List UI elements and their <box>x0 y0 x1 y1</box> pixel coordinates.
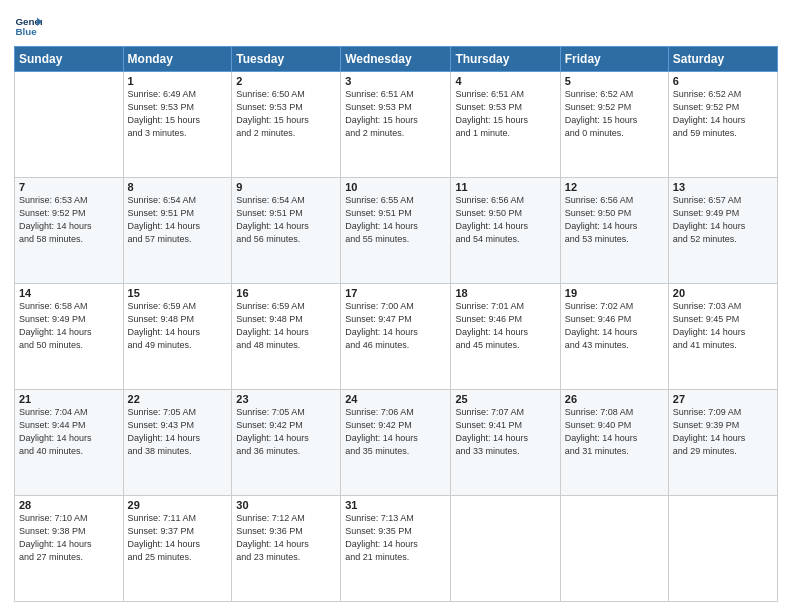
calendar-cell <box>15 72 124 178</box>
calendar-page: General Blue SundayMondayTuesdayWednesda… <box>0 0 792 612</box>
day-info: Sunrise: 7:06 AMSunset: 9:42 PMDaylight:… <box>345 406 446 458</box>
day-number: 7 <box>19 181 119 193</box>
calendar-cell: 3Sunrise: 6:51 AMSunset: 9:53 PMDaylight… <box>341 72 451 178</box>
column-header-sunday: Sunday <box>15 47 124 72</box>
calendar-cell: 12Sunrise: 6:56 AMSunset: 9:50 PMDayligh… <box>560 178 668 284</box>
day-number: 24 <box>345 393 446 405</box>
calendar-cell: 14Sunrise: 6:58 AMSunset: 9:49 PMDayligh… <box>15 284 124 390</box>
calendar-cell: 28Sunrise: 7:10 AMSunset: 9:38 PMDayligh… <box>15 496 124 602</box>
day-info: Sunrise: 7:05 AMSunset: 9:43 PMDaylight:… <box>128 406 228 458</box>
calendar-cell: 4Sunrise: 6:51 AMSunset: 9:53 PMDaylight… <box>451 72 560 178</box>
day-number: 25 <box>455 393 555 405</box>
calendar-cell: 6Sunrise: 6:52 AMSunset: 9:52 PMDaylight… <box>668 72 777 178</box>
day-number: 29 <box>128 499 228 511</box>
day-info: Sunrise: 6:55 AMSunset: 9:51 PMDaylight:… <box>345 194 446 246</box>
day-number: 3 <box>345 75 446 87</box>
calendar-cell: 19Sunrise: 7:02 AMSunset: 9:46 PMDayligh… <box>560 284 668 390</box>
day-info: Sunrise: 7:11 AMSunset: 9:37 PMDaylight:… <box>128 512 228 564</box>
day-info: Sunrise: 7:09 AMSunset: 9:39 PMDaylight:… <box>673 406 773 458</box>
column-header-tuesday: Tuesday <box>232 47 341 72</box>
day-number: 18 <box>455 287 555 299</box>
day-number: 21 <box>19 393 119 405</box>
day-info: Sunrise: 7:10 AMSunset: 9:38 PMDaylight:… <box>19 512 119 564</box>
day-number: 13 <box>673 181 773 193</box>
calendar-cell <box>451 496 560 602</box>
calendar-cell <box>668 496 777 602</box>
column-header-friday: Friday <box>560 47 668 72</box>
day-info: Sunrise: 7:12 AMSunset: 9:36 PMDaylight:… <box>236 512 336 564</box>
calendar-cell <box>560 496 668 602</box>
day-number: 10 <box>345 181 446 193</box>
day-info: Sunrise: 7:04 AMSunset: 9:44 PMDaylight:… <box>19 406 119 458</box>
calendar-cell: 25Sunrise: 7:07 AMSunset: 9:41 PMDayligh… <box>451 390 560 496</box>
column-header-thursday: Thursday <box>451 47 560 72</box>
day-info: Sunrise: 7:02 AMSunset: 9:46 PMDaylight:… <box>565 300 664 352</box>
day-info: Sunrise: 6:52 AMSunset: 9:52 PMDaylight:… <box>673 88 773 140</box>
calendar-week-4: 21Sunrise: 7:04 AMSunset: 9:44 PMDayligh… <box>15 390 778 496</box>
calendar-cell: 27Sunrise: 7:09 AMSunset: 9:39 PMDayligh… <box>668 390 777 496</box>
calendar-cell: 20Sunrise: 7:03 AMSunset: 9:45 PMDayligh… <box>668 284 777 390</box>
day-number: 23 <box>236 393 336 405</box>
day-number: 15 <box>128 287 228 299</box>
calendar-table: SundayMondayTuesdayWednesdayThursdayFrid… <box>14 46 778 602</box>
day-info: Sunrise: 6:52 AMSunset: 9:52 PMDaylight:… <box>565 88 664 140</box>
calendar-cell: 16Sunrise: 6:59 AMSunset: 9:48 PMDayligh… <box>232 284 341 390</box>
calendar-cell: 31Sunrise: 7:13 AMSunset: 9:35 PMDayligh… <box>341 496 451 602</box>
day-info: Sunrise: 6:59 AMSunset: 9:48 PMDaylight:… <box>236 300 336 352</box>
calendar-cell: 26Sunrise: 7:08 AMSunset: 9:40 PMDayligh… <box>560 390 668 496</box>
day-number: 28 <box>19 499 119 511</box>
calendar-cell: 15Sunrise: 6:59 AMSunset: 9:48 PMDayligh… <box>123 284 232 390</box>
day-info: Sunrise: 6:51 AMSunset: 9:53 PMDaylight:… <box>345 88 446 140</box>
day-info: Sunrise: 6:56 AMSunset: 9:50 PMDaylight:… <box>565 194 664 246</box>
calendar-cell: 5Sunrise: 6:52 AMSunset: 9:52 PMDaylight… <box>560 72 668 178</box>
calendar-cell: 30Sunrise: 7:12 AMSunset: 9:36 PMDayligh… <box>232 496 341 602</box>
calendar-cell: 23Sunrise: 7:05 AMSunset: 9:42 PMDayligh… <box>232 390 341 496</box>
day-number: 17 <box>345 287 446 299</box>
calendar-week-5: 28Sunrise: 7:10 AMSunset: 9:38 PMDayligh… <box>15 496 778 602</box>
day-number: 5 <box>565 75 664 87</box>
calendar-week-1: 1Sunrise: 6:49 AMSunset: 9:53 PMDaylight… <box>15 72 778 178</box>
calendar-cell: 8Sunrise: 6:54 AMSunset: 9:51 PMDaylight… <box>123 178 232 284</box>
calendar-cell: 10Sunrise: 6:55 AMSunset: 9:51 PMDayligh… <box>341 178 451 284</box>
day-info: Sunrise: 6:50 AMSunset: 9:53 PMDaylight:… <box>236 88 336 140</box>
day-number: 1 <box>128 75 228 87</box>
day-number: 8 <box>128 181 228 193</box>
day-info: Sunrise: 7:08 AMSunset: 9:40 PMDaylight:… <box>565 406 664 458</box>
day-number: 11 <box>455 181 555 193</box>
calendar-cell: 13Sunrise: 6:57 AMSunset: 9:49 PMDayligh… <box>668 178 777 284</box>
svg-text:Blue: Blue <box>15 26 37 37</box>
day-number: 26 <box>565 393 664 405</box>
day-info: Sunrise: 6:49 AMSunset: 9:53 PMDaylight:… <box>128 88 228 140</box>
day-number: 22 <box>128 393 228 405</box>
day-info: Sunrise: 6:54 AMSunset: 9:51 PMDaylight:… <box>236 194 336 246</box>
column-header-saturday: Saturday <box>668 47 777 72</box>
day-number: 14 <box>19 287 119 299</box>
calendar-cell: 17Sunrise: 7:00 AMSunset: 9:47 PMDayligh… <box>341 284 451 390</box>
day-number: 4 <box>455 75 555 87</box>
column-header-wednesday: Wednesday <box>341 47 451 72</box>
day-number: 30 <box>236 499 336 511</box>
calendar-cell: 7Sunrise: 6:53 AMSunset: 9:52 PMDaylight… <box>15 178 124 284</box>
day-info: Sunrise: 6:56 AMSunset: 9:50 PMDaylight:… <box>455 194 555 246</box>
day-number: 6 <box>673 75 773 87</box>
calendar-cell: 11Sunrise: 6:56 AMSunset: 9:50 PMDayligh… <box>451 178 560 284</box>
day-info: Sunrise: 6:57 AMSunset: 9:49 PMDaylight:… <box>673 194 773 246</box>
day-info: Sunrise: 7:05 AMSunset: 9:42 PMDaylight:… <box>236 406 336 458</box>
day-info: Sunrise: 7:03 AMSunset: 9:45 PMDaylight:… <box>673 300 773 352</box>
calendar-cell: 18Sunrise: 7:01 AMSunset: 9:46 PMDayligh… <box>451 284 560 390</box>
day-number: 31 <box>345 499 446 511</box>
day-info: Sunrise: 7:01 AMSunset: 9:46 PMDaylight:… <box>455 300 555 352</box>
calendar-cell: 9Sunrise: 6:54 AMSunset: 9:51 PMDaylight… <box>232 178 341 284</box>
logo: General Blue <box>14 12 42 40</box>
day-info: Sunrise: 7:13 AMSunset: 9:35 PMDaylight:… <box>345 512 446 564</box>
calendar-cell: 21Sunrise: 7:04 AMSunset: 9:44 PMDayligh… <box>15 390 124 496</box>
calendar-week-2: 7Sunrise: 6:53 AMSunset: 9:52 PMDaylight… <box>15 178 778 284</box>
day-info: Sunrise: 6:59 AMSunset: 9:48 PMDaylight:… <box>128 300 228 352</box>
day-info: Sunrise: 6:58 AMSunset: 9:49 PMDaylight:… <box>19 300 119 352</box>
day-info: Sunrise: 7:00 AMSunset: 9:47 PMDaylight:… <box>345 300 446 352</box>
day-info: Sunrise: 6:54 AMSunset: 9:51 PMDaylight:… <box>128 194 228 246</box>
calendar-cell: 24Sunrise: 7:06 AMSunset: 9:42 PMDayligh… <box>341 390 451 496</box>
calendar-cell: 29Sunrise: 7:11 AMSunset: 9:37 PMDayligh… <box>123 496 232 602</box>
day-number: 16 <box>236 287 336 299</box>
header: General Blue <box>14 12 778 40</box>
